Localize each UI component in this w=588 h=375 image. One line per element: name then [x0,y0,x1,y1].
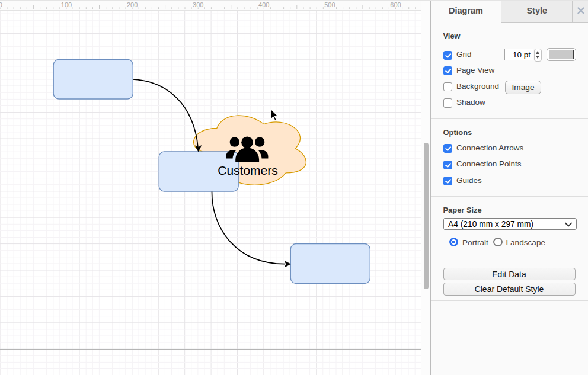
svg-text:500: 500 [324,1,335,8]
svg-text:Customers: Customers [218,164,278,177]
svg-text:300: 300 [193,1,203,8]
svg-text:200: 200 [127,1,138,8]
svg-text:600: 600 [390,1,401,8]
svg-text:100: 100 [61,1,72,8]
svg-text:0: 0 [0,1,2,8]
svg-text:400: 400 [258,1,269,8]
